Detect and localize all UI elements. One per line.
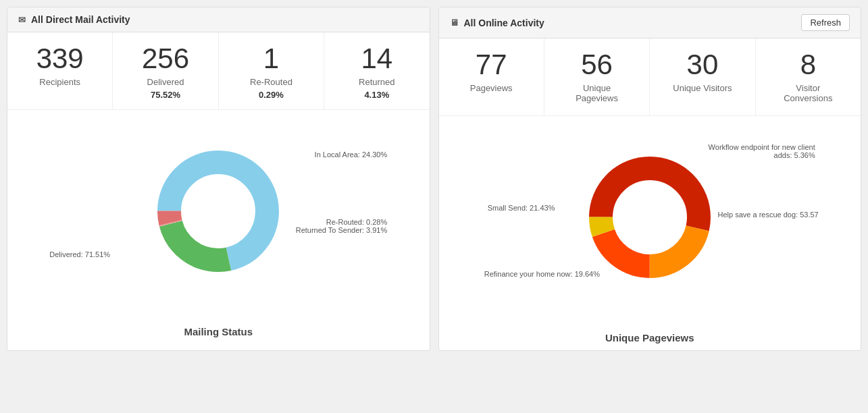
pageviews-label: Pageviews [444,83,538,93]
stat-delivered: 256 Delivered 75.52% [113,32,218,109]
left-panel-header: ✉ All Direct Mail Activity [7,7,430,32]
label-rerouted: Re-Routed: 0.28% Returned To Sender: 3.9… [296,218,388,234]
delivered-number: 256 [118,45,212,73]
returned-pct: 4.13% [330,90,424,100]
left-chart-title: Mailing Status [184,326,253,337]
left-panel-title: All Direct Mail Activity [31,14,130,25]
label-small-send: Small Send: 21.43% [488,204,555,212]
stat-visitor-conversions: 8 Visitor Conversions [756,38,861,115]
online-donut-chart [562,130,738,305]
delivered-pct: 75.52% [118,90,212,100]
mail-icon: ✉ [18,15,26,25]
right-stats-row: 77 Pageviews 56 Unique Pageviews 30 Uniq… [439,38,861,116]
rerouted-pct: 0.29% [224,90,318,100]
refresh-button[interactable]: Refresh [801,14,850,31]
svg-point-9 [613,181,686,254]
unique-pageviews-number: 56 [550,51,644,79]
stat-returned: 14 Returned 4.13% [324,32,429,109]
right-chart-title: Unique Pageviews [605,332,694,343]
pageviews-number: 77 [444,51,538,79]
right-header-left: 🖥 All Online Activity [450,18,544,28]
delivered-label: Delivered [118,77,212,87]
stat-recipients: 339 Recipients [7,32,113,109]
rerouted-label: Re-Routed [224,77,318,87]
right-panel: 🖥 All Online Activity Refresh 77 Pagevie… [438,7,862,351]
returned-label: Returned [330,77,424,87]
right-chart-area: Small Send: 21.43% Refinance your home n… [439,116,861,350]
label-delivered: Delivered: 71.51% [49,250,110,258]
returned-number: 14 [330,45,424,73]
direct-chart-wrapper: Delivered: 71.51% In Local Area: 24.30% … [49,123,387,312]
left-header-left: ✉ All Direct Mail Activity [18,14,130,25]
label-in-local: In Local Area: 24.30% [315,150,388,159]
unique-pageviews-label: Unique Pageviews [550,83,644,103]
stat-rerouted: 1 Re-Routed 0.29% [219,32,324,109]
recipients-number: 339 [13,45,107,73]
monitor-icon: 🖥 [450,18,459,28]
mailing-donut-chart [130,123,306,299]
unique-visitors-label: Unique Visitors [655,83,749,93]
stat-pageviews: 77 Pageviews [439,38,544,115]
stat-unique-pageviews: 56 Unique Pageviews [544,38,650,115]
dashboard: ✉ All Direct Mail Activity 339 Recipient… [7,7,861,351]
unique-visitors-number: 30 [655,51,749,79]
recipients-label: Recipients [13,77,107,87]
online-chart-wrapper: Small Send: 21.43% Refinance your home n… [481,130,819,319]
right-panel-title: All Online Activity [464,18,544,28]
left-panel: ✉ All Direct Mail Activity 339 Recipient… [7,7,430,351]
rerouted-number: 1 [224,45,318,73]
stat-unique-visitors: 30 Unique Visitors [650,38,755,115]
left-chart-area: Delivered: 71.51% In Local Area: 24.30% … [7,110,430,344]
visitor-conversions-label: Visitor Conversions [761,83,855,103]
visitor-conversions-number: 8 [761,51,855,79]
left-stats-row: 339 Recipients 256 Delivered 75.52% 1 Re… [7,32,430,110]
right-panel-header: 🖥 All Online Activity Refresh [439,7,861,38]
svg-point-4 [182,175,255,248]
